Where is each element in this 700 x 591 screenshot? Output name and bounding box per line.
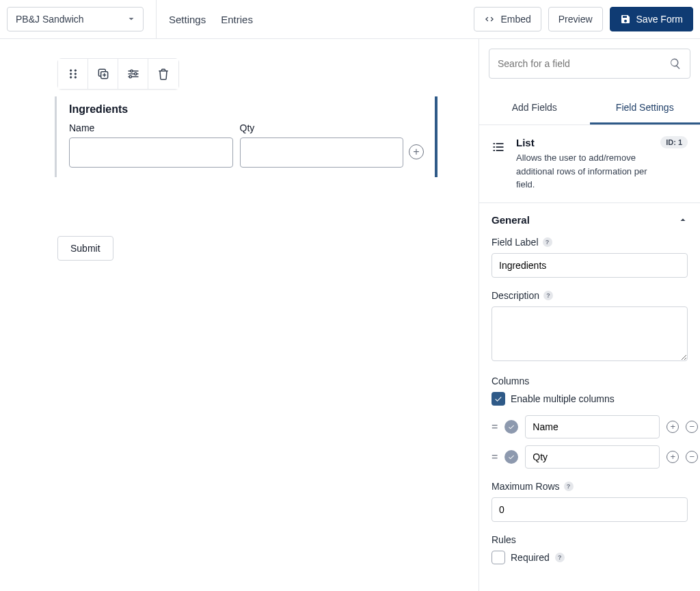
field-toolbar [57, 58, 179, 90]
chevron-down-icon [126, 14, 136, 24]
trash-icon [157, 67, 170, 81]
enable-multiple-label: Enable multiple columns [511, 393, 615, 404]
svg-rect-18 [494, 146, 496, 148]
embed-button[interactable]: Embed [474, 7, 541, 31]
max-rows-input[interactable] [492, 497, 688, 522]
svg-rect-21 [496, 150, 504, 151]
svg-point-11 [130, 70, 132, 72]
chevron-up-icon [678, 215, 688, 224]
add-column-button[interactable]: + [667, 451, 679, 463]
field-type-title: List [516, 137, 535, 148]
svg-point-0 [70, 70, 72, 72]
add-column-button[interactable]: + [667, 421, 679, 433]
column-label-qty: Qty [240, 122, 404, 133]
svg-point-4 [75, 73, 77, 75]
column-name-input[interactable] [525, 415, 660, 438]
preview-button[interactable]: Preview [548, 7, 603, 31]
tab-add-fields[interactable]: Add Fields [479, 92, 590, 124]
svg-point-3 [75, 70, 77, 72]
svg-rect-16 [494, 143, 496, 144]
column-name-input[interactable] [525, 445, 660, 469]
required-label: Required [511, 552, 550, 563]
list-field[interactable]: Ingredients Name Qty + [55, 96, 438, 177]
check-icon [508, 454, 515, 460]
entries-link[interactable]: Entries [221, 14, 253, 25]
divider [156, 0, 157, 39]
search-field-wrap[interactable] [489, 49, 690, 79]
svg-point-1 [70, 73, 72, 75]
duplicate-button[interactable] [88, 59, 118, 89]
tab-field-settings[interactable]: Field Settings [590, 92, 701, 124]
list-input-name[interactable] [69, 137, 233, 168]
settings-link[interactable]: Settings [169, 14, 206, 25]
max-rows-label: Maximum Rows [492, 481, 560, 492]
remove-column-button[interactable]: − [686, 421, 698, 433]
description-label: Description [492, 290, 539, 301]
svg-point-13 [134, 73, 136, 75]
columns-label: Columns [492, 376, 529, 386]
settings-button[interactable] [118, 59, 148, 89]
help-icon[interactable]: ? [564, 482, 574, 491]
check-icon [508, 423, 515, 430]
svg-rect-19 [496, 146, 504, 148]
field-id-pill: ID: 1 [660, 136, 688, 148]
description-textarea[interactable] [492, 306, 688, 361]
svg-point-5 [75, 77, 77, 79]
column-enabled-toggle[interactable] [504, 420, 518, 434]
column-label-name: Name [69, 122, 233, 133]
field-title: Ingredients [69, 103, 424, 116]
drag-handle-button[interactable] [58, 59, 88, 89]
column-row: = + − [492, 415, 688, 438]
submit-button[interactable]: Submit [57, 236, 113, 261]
drag-handle-icon[interactable]: = [492, 451, 498, 463]
general-section-toggle[interactable]: General [479, 203, 700, 237]
check-icon [494, 395, 502, 403]
add-row-button[interactable]: + [409, 144, 424, 159]
list-icon [492, 140, 507, 156]
help-icon[interactable]: ? [543, 237, 552, 247]
duplicate-icon [96, 67, 110, 81]
help-icon[interactable]: ? [555, 553, 565, 562]
save-icon [620, 14, 631, 25]
save-form-button[interactable]: Save Form [610, 7, 693, 31]
search-input[interactable] [498, 58, 669, 69]
remove-column-button[interactable]: − [686, 451, 698, 463]
field-label-label: Field Label [492, 237, 539, 248]
svg-point-2 [70, 77, 72, 79]
enable-multiple-checkbox[interactable] [492, 392, 505, 406]
list-input-qty[interactable] [240, 137, 404, 168]
field-type-desc: Allows the user to add/remove additional… [516, 151, 653, 192]
svg-rect-20 [494, 150, 496, 151]
search-icon [669, 57, 682, 70]
form-selector[interactable]: PB&J Sandwich [7, 7, 144, 31]
sliders-icon [126, 67, 140, 81]
drag-icon [66, 67, 80, 81]
svg-point-15 [129, 76, 131, 78]
required-checkbox[interactable] [492, 551, 505, 564]
help-icon[interactable]: ? [543, 291, 553, 300]
column-enabled-toggle[interactable] [504, 450, 518, 464]
code-icon [484, 14, 495, 25]
form-name: PB&J Sandwich [16, 14, 84, 25]
drag-handle-icon[interactable]: = [492, 421, 498, 433]
field-label-input[interactable] [492, 253, 688, 278]
rules-label: Rules [492, 534, 516, 545]
column-row: = + − [492, 445, 688, 469]
delete-button[interactable] [148, 59, 178, 89]
svg-rect-17 [496, 143, 504, 144]
